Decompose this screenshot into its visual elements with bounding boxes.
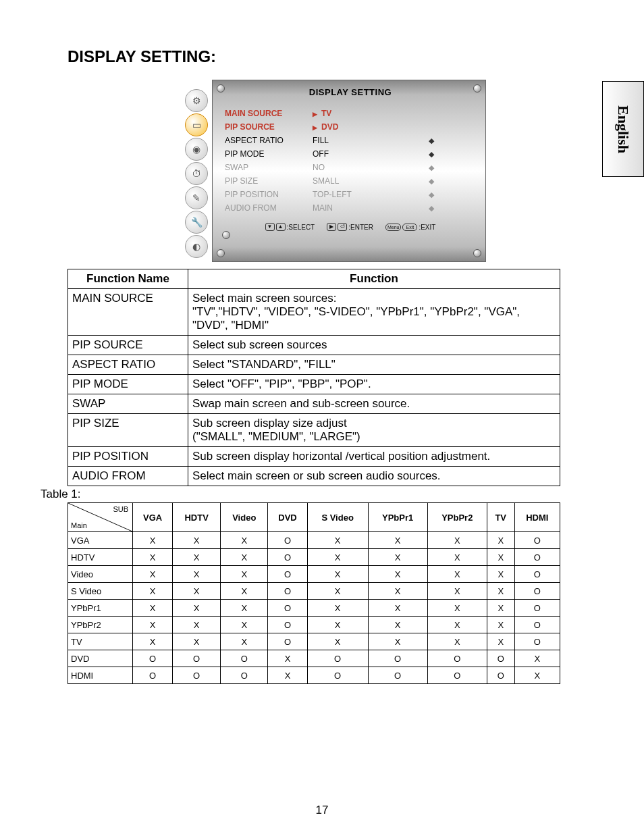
matrix-cell: X [133,566,173,583]
matrix-cell: X [268,667,307,684]
table-row: YPbPr2XXXOXXXXO [68,617,560,633]
matrix-cell: O [487,667,514,684]
matrix-cell: O [268,633,307,650]
func-desc: Sub screen display size adjust("SMALL", … [188,414,560,447]
table-row: HDTVXXXOXXXXO [68,549,560,566]
matrix-diag-header: SUB Main [68,503,133,532]
func-name: MAIN SOURCE [68,289,188,336]
table-row: SUB Main VGAHDTVVideoDVDS VideoYPbPr1YPb… [68,503,560,532]
matrix-row-header: DVD [68,650,133,667]
table-row: MAIN SOURCESelect main screen sources:"T… [68,289,560,336]
func-desc: Select "OFF", "PIP", "PBP", "POP". [188,375,560,394]
star-icon: ⚙ [185,89,208,112]
table-row: S VideoXXXOXXXXO [68,583,560,600]
matrix-col-header: YPbPr1 [368,503,427,532]
matrix-col-header: S Video [307,503,368,532]
func-desc: Select sub screen sources [188,336,560,355]
osd-indicator-icon: ◆ [407,163,434,172]
osd-label: AUDIO FROM [225,203,313,213]
matrix-cell: O [133,650,173,667]
matrix-cell: X [173,532,221,549]
osd-indicator-icon: ◆ [407,204,434,213]
matrix-cell: X [307,633,368,650]
matrix-row-header: HDTV [68,549,133,566]
osd-footer-exit: MenuExit:EXIT [385,223,436,231]
matrix-cell: O [514,532,560,549]
table-row: PIP SIZESub screen display size adjust("… [68,414,560,447]
matrix-cell: X [133,633,173,650]
osd-icon-strip: ⚙▭◉⏱✎🔧◐ [185,80,212,262]
osd-setting-row: ASPECT RATIOFILL◆ [222,134,479,147]
language-tab: English [602,81,644,177]
table-row: PIP MODESelect "OFF", "PIP", "PBP", "POP… [68,375,560,394]
wrench-icon: 🔧 [185,211,208,234]
osd-value: FILL [313,136,407,145]
matrix-cell: X [221,532,268,549]
osd-value: ▶DVD [313,122,407,132]
matrix-cell: X [173,617,221,633]
matrix-cell: X [514,650,560,667]
matrix-cell: O [514,617,560,633]
osd-indicator-icon: ◆ [407,177,434,186]
osd-value: OFF [313,149,407,159]
matrix-cell: X [427,583,487,600]
matrix-col-header: DVD [268,503,307,532]
matrix-cell: X [307,583,368,600]
matrix-cell: X [221,566,268,583]
matrix-cell: X [427,600,487,617]
matrix-cell: X [427,532,487,549]
matrix-col-header: VGA [133,503,173,532]
matrix-cell: X [487,549,514,566]
matrix-row-header: HDMI [68,667,133,684]
osd-setting-row: SWAPNO◆ [222,161,479,174]
func-name: AUDIO FROM [68,467,188,486]
matrix-cell: X [368,532,427,549]
matrix-cell: X [368,583,427,600]
matrix-cell: X [368,633,427,650]
osd-footer-enter: ▶⏎:ENTER [327,223,373,231]
table-row: AUDIO FROMSelect main screen or sub scre… [68,467,560,486]
matrix-cell: X [427,617,487,633]
table-row: ASPECT RATIOSelect "STANDARD", "FILL" [68,355,560,375]
table-row: VideoXXXOXXXXO [68,566,560,583]
osd-value: MAIN [313,203,407,213]
matrix-cell: O [514,549,560,566]
matrix-cell: O [268,583,307,600]
osd-indicator-icon: ◆ [407,150,434,159]
osd-setting-row: PIP SIZESMALL◆ [222,174,479,188]
table-label: Table 1: [41,488,603,501]
clock-icon: ⏱ [185,162,208,185]
osd-setting-row: PIP SOURCE▶DVD [222,120,479,134]
osd-label: SWAP [225,163,313,172]
pencil-icon: ✎ [185,186,208,209]
osd-label: PIP SOURCE [225,122,313,132]
matrix-cell: X [173,633,221,650]
matrix-row-header: YPbPr2 [68,617,133,633]
osd-panel: DISPLAY SETTING MAIN SOURCE▶TVPIP SOURCE… [212,80,486,262]
osd-value: ▶TV [313,109,407,118]
matrix-cell: X [173,549,221,566]
func-header-name: Function Name [68,269,188,289]
osd-value: SMALL [313,176,407,186]
matrix-cell: O [173,650,221,667]
matrix-cell: X [307,600,368,617]
matrix-row-header: Video [68,566,133,583]
osd-label: PIP MODE [225,149,313,159]
osd-indicator-icon: ◆ [407,136,434,145]
matrix-cell: X [307,549,368,566]
func-desc: Select main screen sources:"TV","HDTV", … [188,289,560,336]
matrix-cell: X [133,600,173,617]
matrix-cell: X [427,549,487,566]
dial-icon: ◉ [185,138,208,161]
matrix-cell: X [173,600,221,617]
matrix-cell: X [487,566,514,583]
table-row: PIP SOURCESelect sub screen sources [68,336,560,355]
func-desc: Swap main screen and sub-screen source. [188,394,560,414]
matrix-cell: O [514,566,560,583]
matrix-cell: X [133,583,173,600]
func-name: PIP POSITION [68,447,188,467]
osd-setting-row: AUDIO FROMMAIN◆ [222,201,479,215]
osd-screenshot: ⚙▭◉⏱✎🔧◐ DISPLAY SETTING MAIN SOURCE▶TVPI… [68,80,603,262]
matrix-cell: X [307,532,368,549]
matrix-cell: X [487,532,514,549]
